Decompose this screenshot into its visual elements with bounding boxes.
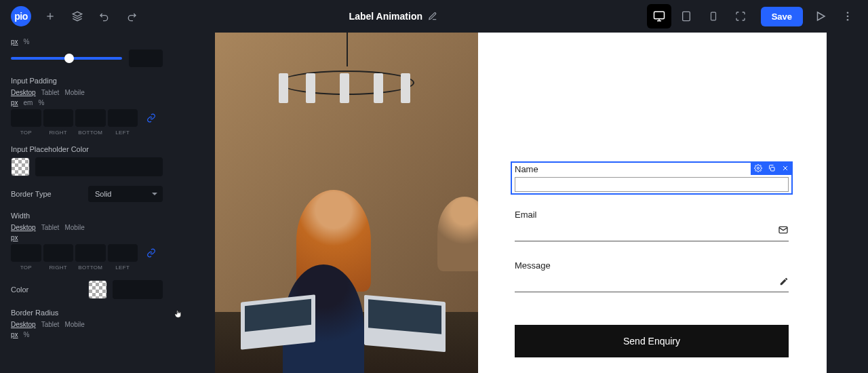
prop-placeholder-color: Input Placeholder Color — [11, 145, 163, 176]
device-mobile[interactable] — [701, 4, 726, 28]
unit-pct[interactable]: % — [24, 38, 30, 45]
email-input[interactable] — [515, 222, 789, 241]
slider-track[interactable] — [11, 57, 122, 60]
padding-inputs — [11, 109, 163, 127]
padding-bottom-input[interactable] — [75, 109, 106, 127]
lbl-bottom: BOTTOM — [75, 130, 106, 136]
unit-pct4[interactable]: % — [24, 331, 30, 338]
device-row-radius: Desktop Tablet Mobile — [11, 321, 163, 328]
lbl-right: RIGHT — [43, 130, 74, 136]
placeholder-color-fill[interactable] — [35, 157, 163, 176]
device-mobile-tab[interactable]: Mobile — [64, 89, 84, 96]
color-fill[interactable] — [113, 280, 163, 299]
padding-left-input[interactable] — [108, 109, 138, 127]
svg-rect-3 — [654, 12, 664, 19]
device-tablet-tab2[interactable]: Tablet — [41, 224, 60, 231]
width-bottom-input[interactable] — [75, 244, 106, 262]
unit-pct2[interactable]: % — [38, 99, 44, 106]
plus-icon[interactable] — [42, 8, 58, 24]
slider-value-input[interactable] — [129, 50, 163, 67]
save-button[interactable]: Save — [761, 7, 803, 26]
device-desktop-tab[interactable]: Desktop — [11, 89, 36, 96]
device-mobile-tab2[interactable]: Mobile — [64, 224, 84, 231]
edit-icon[interactable] — [428, 12, 437, 21]
lbl-bottom2: BOTTOM — [75, 264, 106, 271]
placeholder-color-label: Input Placeholder Color — [11, 145, 163, 153]
svg-rect-15 — [771, 168, 775, 172]
more-icon[interactable] — [838, 7, 857, 26]
device-desktop-tab3[interactable]: Desktop — [11, 321, 36, 328]
unit-row-radius: px % — [11, 331, 163, 338]
color-swatch[interactable] — [88, 280, 107, 299]
link-padding-icon[interactable] — [140, 109, 163, 127]
email-label: Email — [515, 210, 789, 220]
lbl-top2: TOP — [11, 264, 41, 271]
placeholder-color-swatch[interactable] — [11, 157, 30, 176]
message-input[interactable] — [515, 273, 789, 292]
slider-thumb[interactable] — [64, 54, 74, 63]
device-desktop[interactable] — [647, 4, 671, 28]
svg-point-14 — [757, 168, 760, 170]
width-top-input[interactable] — [11, 244, 41, 262]
submit-button[interactable]: Send Enquiry — [515, 325, 789, 357]
device-group — [647, 4, 753, 28]
device-tablet-tab3[interactable]: Tablet — [41, 321, 60, 328]
fullscreen-icon[interactable] — [728, 4, 753, 28]
link-width-icon[interactable] — [140, 244, 163, 262]
border-type-value: Solid — [95, 190, 111, 198]
unit-px4[interactable]: px — [11, 331, 18, 338]
unit-px3[interactable]: px — [11, 234, 18, 241]
lbl-left2: LEFT — [108, 264, 138, 271]
unit-px[interactable]: px — [11, 38, 18, 45]
page: Name Email Message — [215, 33, 827, 373]
lbl-left: LEFT — [108, 130, 138, 136]
lbl-top: TOP — [11, 130, 41, 136]
lbl-right2: RIGHT — [43, 264, 74, 271]
contact-form: Name Email Message — [478, 33, 827, 373]
redo-icon[interactable] — [123, 8, 140, 24]
page-title[interactable]: Label Animation — [151, 11, 636, 22]
prop-prev-trail: px % — [11, 38, 163, 67]
padding-labels: TOP RIGHT BOTTOM LEFT — [11, 130, 163, 136]
device-mobile-tab3[interactable]: Mobile — [64, 321, 84, 328]
mail-icon — [778, 224, 789, 237]
padding-top-input[interactable] — [11, 109, 41, 127]
settings-icon[interactable] — [753, 163, 763, 173]
hero-image — [215, 33, 478, 373]
device-tablet[interactable] — [674, 4, 698, 28]
email-field[interactable]: Email — [515, 210, 789, 241]
prop-border-radius: Border Radius Desktop Tablet Mobile px % — [11, 309, 163, 338]
close-icon[interactable] — [781, 163, 790, 173]
svg-rect-6 — [682, 12, 690, 20]
message-field[interactable]: Message — [515, 260, 789, 292]
padding-right-input[interactable] — [43, 109, 74, 127]
unit-px2[interactable]: px — [11, 99, 18, 106]
name-input[interactable] — [515, 177, 789, 192]
device-tablet-tab[interactable]: Tablet — [41, 89, 60, 96]
canvas: Name Email Message — [174, 33, 868, 373]
prop-border-type: Border Type Solid — [11, 186, 163, 202]
duplicate-icon[interactable] — [767, 163, 776, 173]
unit-em[interactable]: em — [24, 99, 33, 106]
svg-marker-10 — [818, 12, 825, 20]
pencil-icon — [779, 277, 789, 288]
page-title-text: Label Animation — [349, 11, 422, 22]
width-left-input[interactable] — [108, 244, 138, 262]
width-inputs — [11, 244, 163, 262]
topbar-left: pio — [11, 6, 140, 26]
width-right-input[interactable] — [43, 244, 74, 262]
layers-icon[interactable] — [69, 8, 85, 24]
input-padding-label: Input Padding — [11, 77, 163, 85]
undo-icon[interactable] — [96, 8, 113, 24]
main: px % Input Padding Desktop Tablet Mobile… — [0, 33, 868, 373]
slider-row — [11, 50, 163, 67]
border-type-row: Border Type Solid — [11, 186, 163, 202]
svg-rect-8 — [711, 12, 715, 20]
border-type-select[interactable]: Solid — [88, 186, 163, 202]
logo[interactable]: pio — [11, 6, 31, 26]
width-labels: TOP RIGHT BOTTOM LEFT — [11, 264, 163, 271]
device-desktop-tab2[interactable]: Desktop — [11, 224, 36, 231]
play-icon[interactable] — [811, 7, 830, 26]
name-field[interactable]: Name — [511, 161, 793, 195]
color-label: Color — [11, 286, 28, 294]
